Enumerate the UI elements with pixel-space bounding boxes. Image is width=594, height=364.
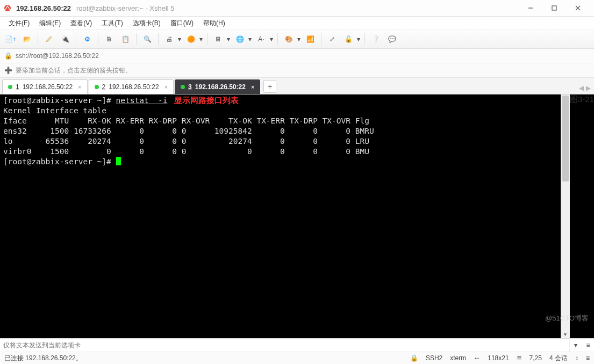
tab-label: 192.168.26.50:22	[23, 83, 73, 91]
menu-4[interactable]: 选项卡(B)	[128, 18, 165, 29]
chat-icon[interactable]: 💬	[384, 32, 399, 47]
send-target-dropdown[interactable]: ▾	[569, 339, 582, 352]
address-text: ssh://root@192.168.26.50:22	[16, 52, 99, 60]
font-icon-dropdown[interactable]: ▾	[269, 32, 274, 47]
status-cursor: 7,25	[529, 354, 542, 362]
status-num-icon: ≡	[586, 354, 590, 362]
globe-icon[interactable]: 🌐	[232, 32, 247, 47]
tab-next-icon[interactable]: ▶	[586, 84, 591, 92]
toolbar-separator	[136, 33, 137, 45]
refresh-icon[interactable]: 📶	[303, 32, 318, 47]
status-ssh: SSH2	[426, 354, 442, 362]
terminal-line: Iface MTU RX-OK RX-ERR RX-DRP RX-OVR TX-…	[3, 116, 557, 126]
send-menu-icon[interactable]: ≡	[582, 339, 594, 352]
menu-3[interactable]: 工具(T)	[97, 18, 127, 29]
toolbar-separator	[76, 33, 76, 45]
add-tab-button[interactable]: +	[263, 80, 276, 93]
tab-close-icon[interactable]: ×	[251, 84, 254, 90]
terminal-line: virbr0 1500 0 0 0 0 0 0 0 0 BMU	[3, 147, 557, 157]
status-ssh-lock-icon: 🔒	[410, 354, 418, 362]
status-bar: 已连接 192.168.26.50:22。 🔒 SSH2 xterm ↔ 118…	[0, 352, 594, 364]
maximize-button[interactable]	[542, 1, 566, 16]
tab-close-icon[interactable]: ×	[78, 84, 81, 90]
session-tabstrip: 1 192.168.26.50:22×2 192.168.26.50:22×3 …	[0, 78, 594, 94]
encoding-icon-dropdown[interactable]: ▾	[226, 32, 231, 47]
scroll-down-icon[interactable]: ▾	[561, 330, 570, 338]
menubar: 文件(F)编辑(E)查看(V)工具(T)选项卡(B)窗口(W)帮助(H)	[0, 17, 594, 30]
send-bar: ▾ ≡	[0, 338, 594, 352]
help-icon[interactable]: ❔	[368, 32, 383, 47]
status-dot-icon	[181, 85, 185, 89]
tab-close-icon[interactable]: ×	[164, 84, 168, 90]
paste-icon[interactable]: 📋	[118, 32, 133, 47]
close-button[interactable]	[566, 1, 590, 16]
status-cursor-icon: ≣	[517, 354, 522, 362]
minimize-button[interactable]	[519, 1, 542, 16]
print-icon[interactable]: 🖨	[162, 32, 177, 47]
svg-rect-2	[552, 6, 556, 10]
status-dot-icon	[8, 85, 12, 89]
terminal-line: [root@zabbix-server ~]#	[3, 157, 557, 167]
find-icon[interactable]: 🔍	[140, 32, 155, 47]
menu-5[interactable]: 窗口(W)	[166, 18, 198, 29]
properties-icon[interactable]: ⚙	[80, 32, 95, 47]
new-session-icon[interactable]: 📄+	[3, 32, 18, 47]
terminal-line: [root@zabbix-server ~]# netstat -i显示网路接口…	[3, 96, 557, 106]
lock-icon[interactable]: 🔓	[341, 32, 356, 47]
font-icon[interactable]: A·	[254, 32, 269, 47]
terminal-area: [root@zabbix-server ~]# netstat -i显示网路接口…	[0, 94, 594, 338]
snippets-icon[interactable]: 🗎	[102, 32, 117, 47]
terminal-line: ens32 1500 16733266 0 0 0 10925842 0 0 0…	[3, 126, 557, 136]
add-session-hint-icon[interactable]: ➕	[4, 67, 12, 74]
globe-icon-dropdown[interactable]: ▾	[247, 32, 253, 47]
address-bar[interactable]: 🔒 ssh://root@192.168.26.50:22	[0, 49, 594, 63]
open-session-icon[interactable]: 📂	[19, 32, 34, 47]
menu-6[interactable]: 帮助(H)	[199, 18, 230, 29]
menu-0[interactable]: 文件(F)	[4, 18, 34, 29]
toolbar-separator	[207, 33, 207, 45]
terminal-line: lo 65536 20274 0 0 0 20274 0 0 0 LRU	[3, 136, 557, 147]
toolbar-separator	[98, 33, 98, 45]
tab-number: 1	[16, 83, 19, 91]
status-dot-icon	[95, 85, 99, 89]
reconnect-icon[interactable]: 🖉	[41, 32, 56, 47]
compose-bar-icon[interactable]: ⤢	[325, 32, 340, 47]
tab-label: 192.168.26.50:22	[109, 83, 159, 91]
clear-icon[interactable]: 🟠	[183, 32, 198, 47]
menu-1[interactable]: 编辑(E)	[35, 18, 65, 29]
status-term: xterm	[450, 354, 466, 362]
color-icon-dropdown[interactable]: ▾	[296, 32, 302, 47]
tab-nav: ◀ ▶	[579, 84, 591, 92]
menu-2[interactable]: 查看(V)	[66, 18, 96, 29]
clear-icon-dropdown[interactable]: ▾	[198, 32, 204, 47]
tab-label: 192.168.26.50:22	[195, 83, 246, 91]
status-size-icon: ↔	[474, 354, 480, 362]
status-cap-icon: ↕	[575, 354, 578, 362]
figure-label: 图3-21	[570, 94, 594, 338]
hint-text: 要添加当前会话，点击左侧的箭头按钮。	[16, 66, 132, 75]
window-title-sub: root@zabbix-server:~ - Xshell 5	[76, 4, 175, 12]
print-icon-dropdown[interactable]: ▾	[177, 32, 182, 47]
tab-prev-icon[interactable]: ◀	[579, 84, 584, 92]
tab-number: 2	[102, 83, 106, 91]
terminal[interactable]: [root@zabbix-server ~]# netstat -i显示网路接口…	[0, 94, 561, 338]
session-tab-1[interactable]: 1 192.168.26.50:22×	[2, 79, 88, 94]
toolbar-separator	[158, 33, 159, 45]
toolbar-separator	[321, 33, 321, 45]
lock-icon-dropdown[interactable]: ▾	[356, 32, 361, 47]
app-icon	[3, 4, 12, 12]
scroll-thumb[interactable]	[562, 96, 569, 181]
status-sessions: 4 会话	[549, 354, 568, 363]
session-tab-3[interactable]: 3 192.168.26.50:22×	[175, 79, 260, 94]
toolbar-separator	[277, 33, 278, 45]
terminal-scrollbar[interactable]: ▴ ▾	[561, 94, 570, 338]
color-icon[interactable]: 🎨	[281, 32, 296, 47]
status-conn: 已连接 192.168.26.50:22。	[4, 354, 82, 363]
tab-number: 3	[188, 83, 192, 91]
window-title-main: 192.168.26.50:22	[16, 4, 71, 12]
disconnect-icon[interactable]: 🔌	[58, 32, 73, 47]
toolbar-separator	[364, 33, 365, 45]
session-tab-2[interactable]: 2 192.168.26.50:22×	[89, 79, 174, 94]
encoding-icon[interactable]: 🗏	[211, 32, 226, 47]
send-input[interactable]	[0, 341, 569, 349]
